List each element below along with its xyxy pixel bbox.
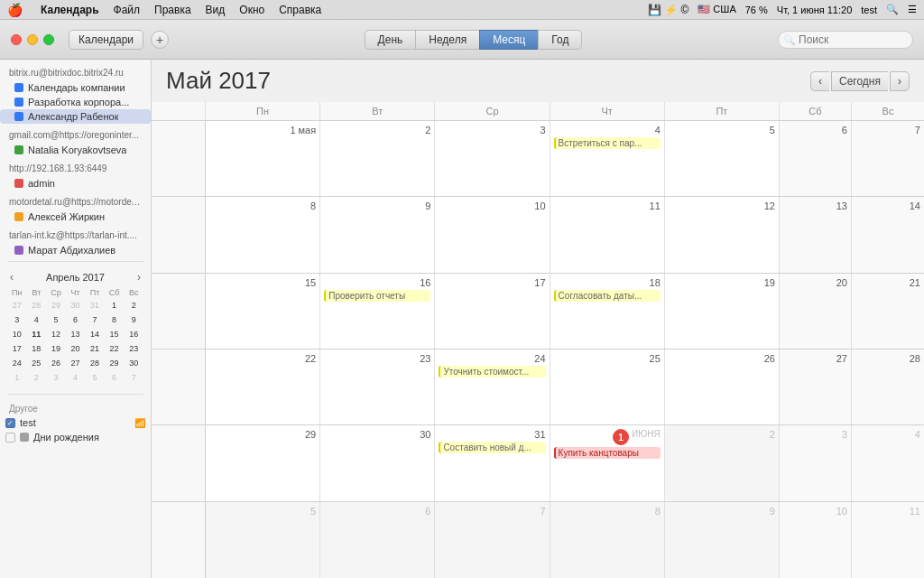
mini-day[interactable]: 17 xyxy=(9,341,25,356)
cal-cell[interactable]: 15 xyxy=(206,274,320,349)
mini-day[interactable]: 27 xyxy=(9,298,25,312)
mini-day[interactable]: 1 xyxy=(106,298,123,312)
mini-day[interactable]: 7 xyxy=(125,370,142,385)
mini-day[interactable]: 2 xyxy=(28,370,44,385)
view-week-button[interactable]: Неделя xyxy=(415,30,479,50)
cal-cell[interactable]: 16 Проверить отчеты xyxy=(320,274,435,349)
mini-day[interactable]: 22 xyxy=(106,341,123,356)
cal-cell-sunday[interactable]: 21 xyxy=(852,274,924,349)
mini-day[interactable]: 30 xyxy=(67,298,83,312)
close-button[interactable] xyxy=(11,34,22,45)
mini-day[interactable]: 7 xyxy=(87,312,103,327)
cal-cell[interactable]: 22 xyxy=(206,350,320,424)
cal-cell-other-saturday[interactable]: 3 xyxy=(780,425,852,500)
cal-cell-saturday[interactable]: 20 xyxy=(780,274,852,349)
calendar-event[interactable]: Уточнить стоимост... xyxy=(439,366,545,378)
cal-cell[interactable]: 23 xyxy=(320,350,435,424)
mini-day[interactable]: 18 xyxy=(28,341,44,356)
mini-day[interactable]: 29 xyxy=(48,298,64,312)
mini-day[interactable]: 8 xyxy=(106,312,123,327)
mini-day[interactable]: 23 xyxy=(125,341,142,356)
calendar-event[interactable]: Составить новый д... xyxy=(439,442,545,453)
mini-day[interactable]: 11 xyxy=(28,327,44,341)
cal-cell-sunday[interactable]: 28 xyxy=(852,350,924,424)
sidebar-item-cal-natalia[interactable]: Natalia Koryakovtseva xyxy=(0,143,151,157)
mini-day[interactable]: 13 xyxy=(67,327,83,341)
cal-cell[interactable]: 12 xyxy=(665,197,780,272)
menubar-list-icon[interactable]: ☰ xyxy=(908,4,917,15)
cal-cell-other-sunday[interactable]: 11 xyxy=(852,502,924,578)
nav-next-button[interactable]: › xyxy=(890,71,910,91)
calendar-event[interactable]: Встретиться с пар... xyxy=(554,137,661,149)
mini-day[interactable]: 16 xyxy=(125,327,142,341)
cal-cell-other[interactable]: 5 xyxy=(206,502,320,578)
sidebar-item-birthdays[interactable]: Дни рождения xyxy=(0,430,151,444)
menu-window[interactable]: Окно xyxy=(239,4,264,16)
cal-cell-other[interactable]: 7 xyxy=(435,502,550,578)
cal-cell[interactable]: 10 xyxy=(435,197,550,272)
mini-day[interactable]: 28 xyxy=(28,298,44,312)
cal-cell-sunday[interactable]: 7 xyxy=(852,121,924,196)
mini-day[interactable]: 14 xyxy=(87,327,103,341)
cal-cell-sunday[interactable]: 14 xyxy=(852,197,924,272)
nav-prev-button[interactable]: ‹ xyxy=(810,71,829,91)
cal-cell[interactable]: 31 Составить новый д... xyxy=(435,425,550,500)
mini-day[interactable]: 4 xyxy=(28,312,44,327)
apple-menu[interactable]: 🍎 xyxy=(7,3,23,17)
mini-day[interactable]: 15 xyxy=(106,327,123,341)
cal-cell-other[interactable]: 8 xyxy=(550,502,665,578)
minimize-button[interactable] xyxy=(27,34,38,45)
cal-cell[interactable]: 25 xyxy=(550,350,665,424)
cal-cell-other[interactable]: 9 xyxy=(665,502,780,578)
menu-view[interactable]: Вид xyxy=(206,4,226,16)
cal-cell[interactable]: 1 мая xyxy=(206,121,320,196)
cal-cell-saturday[interactable]: 27 xyxy=(780,350,852,424)
mini-day[interactable]: 25 xyxy=(28,356,44,370)
mini-day[interactable]: 28 xyxy=(87,356,103,370)
maximize-button[interactable] xyxy=(43,34,54,45)
calendar-event[interactable]: Проверить отчеты xyxy=(324,290,430,302)
view-month-button[interactable]: Месяц xyxy=(479,30,538,50)
sidebar-item-cal-admin[interactable]: admin xyxy=(0,176,151,191)
mini-day[interactable]: 19 xyxy=(48,341,64,356)
calendar-event[interactable]: Купить канцтовары xyxy=(554,447,661,459)
cal-cell-saturday[interactable]: 6 xyxy=(780,121,852,196)
mini-cal-next[interactable]: › xyxy=(134,271,143,284)
cal-cell[interactable]: 29 xyxy=(206,425,320,500)
menubar-search-icon[interactable]: 🔍 xyxy=(886,4,899,15)
mini-cal-prev[interactable]: ‹ xyxy=(7,271,16,284)
mini-day[interactable]: 30 xyxy=(125,356,142,370)
cal-cell[interactable]: 19 xyxy=(665,274,780,349)
cal-cell[interactable]: 18 Согласовать даты... xyxy=(550,274,665,349)
mini-day[interactable]: 3 xyxy=(48,370,64,385)
view-year-button[interactable]: Год xyxy=(538,30,582,50)
sidebar-item-test[interactable]: ✓ test 📶 xyxy=(0,415,151,430)
cal-cell[interactable]: 2 xyxy=(320,121,435,196)
cal-cell-saturday[interactable]: 13 xyxy=(780,197,852,272)
cal-cell-other-saturday[interactable]: 10 xyxy=(780,502,852,578)
cal-cell[interactable]: 11 xyxy=(550,197,665,272)
mini-day[interactable]: 10 xyxy=(9,327,25,341)
mini-day[interactable]: 29 xyxy=(106,356,123,370)
sidebar-item-cal-dev[interactable]: Разработка корпора... xyxy=(0,95,151,109)
menu-edit[interactable]: Правка xyxy=(154,4,191,16)
cal-cell-other[interactable]: 2 xyxy=(665,425,780,500)
cal-cell[interactable]: 8 xyxy=(206,197,320,272)
sidebar-item-cal-alexei[interactable]: Алексей Жиркин xyxy=(0,210,151,224)
mini-day[interactable]: 5 xyxy=(48,312,64,327)
cal-cell-other-sunday[interactable]: 4 xyxy=(852,425,924,500)
sidebar-item-cal-alex[interactable]: Александр Рабенок xyxy=(0,109,151,124)
add-calendar-button[interactable]: + xyxy=(151,31,169,49)
cal-cell-other[interactable]: 6 xyxy=(320,502,435,578)
cal-cell[interactable]: 4 Встретиться с пар... xyxy=(550,121,665,196)
checkbox-birthdays[interactable] xyxy=(5,433,15,443)
sidebar-item-cal-company[interactable]: Календарь компании xyxy=(0,80,151,95)
mini-day[interactable]: 9 xyxy=(125,312,142,327)
view-day-button[interactable]: День xyxy=(365,30,416,50)
cal-cell[interactable]: 17 xyxy=(435,274,550,349)
cal-cell[interactable]: 3 xyxy=(435,121,550,196)
mini-day[interactable]: 26 xyxy=(48,356,64,370)
nav-today-button[interactable]: Сегодня xyxy=(831,71,888,91)
search-input[interactable] xyxy=(778,31,913,49)
mini-day[interactable]: 21 xyxy=(87,341,103,356)
